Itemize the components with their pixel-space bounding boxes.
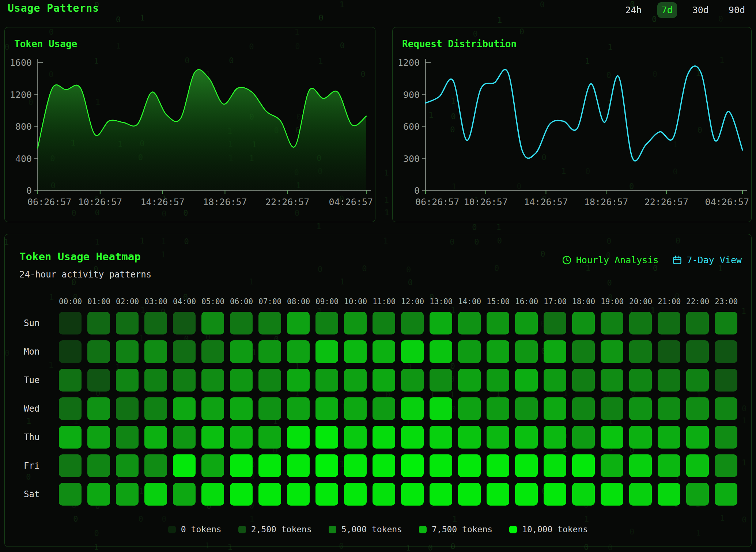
heatmap-cell[interactable]: [686, 426, 709, 449]
range-button-24h[interactable]: 24h: [621, 2, 646, 18]
heatmap-cell[interactable]: [715, 369, 737, 392]
heatmap-cell[interactable]: [87, 397, 110, 420]
heatmap-cell[interactable]: [401, 397, 424, 420]
heatmap-cell[interactable]: [373, 397, 395, 420]
heatmap-cell[interactable]: [515, 340, 538, 363]
heatmap-cell[interactable]: [515, 483, 538, 506]
heatmap-cell[interactable]: [601, 397, 623, 420]
heatmap-cell[interactable]: [658, 454, 680, 477]
heatmap-cell[interactable]: [230, 483, 253, 506]
heatmap-cell[interactable]: [401, 369, 424, 392]
heatmap-cell[interactable]: [258, 397, 281, 420]
heatmap-cell[interactable]: [572, 454, 595, 477]
heatmap-cell[interactable]: [715, 454, 737, 477]
heatmap-cell[interactable]: [258, 426, 281, 449]
heatmap-cell[interactable]: [344, 483, 367, 506]
range-button-7d[interactable]: 7d: [657, 2, 677, 18]
heatmap-cell[interactable]: [144, 397, 167, 420]
heatmap-cell[interactable]: [487, 397, 509, 420]
heatmap-cell[interactable]: [287, 426, 310, 449]
heatmap-cell[interactable]: [487, 426, 509, 449]
heatmap-cell[interactable]: [201, 312, 224, 334]
heatmap-cell[interactable]: [144, 483, 167, 506]
heatmap-cell[interactable]: [230, 312, 253, 334]
heatmap-cell[interactable]: [59, 483, 82, 506]
heatmap-cell[interactable]: [686, 454, 709, 477]
heatmap-cell[interactable]: [544, 369, 566, 392]
heatmap-cell[interactable]: [515, 369, 538, 392]
heatmap-cell[interactable]: [458, 454, 481, 477]
heatmap-cell[interactable]: [487, 340, 509, 363]
heatmap-cell[interactable]: [87, 340, 110, 363]
heatmap-cell[interactable]: [686, 397, 709, 420]
heatmap-cell[interactable]: [572, 426, 595, 449]
heatmap-cell[interactable]: [430, 397, 452, 420]
heatmap-cell[interactable]: [544, 397, 566, 420]
heatmap-cell[interactable]: [344, 312, 367, 334]
heatmap-cell[interactable]: [344, 369, 367, 392]
heatmap-cell[interactable]: [315, 426, 338, 449]
heatmap-cell[interactable]: [287, 369, 310, 392]
heatmap-cell[interactable]: [601, 483, 623, 506]
heatmap-cell[interactable]: [87, 426, 110, 449]
heatmap-cell[interactable]: [201, 454, 224, 477]
heatmap-cell[interactable]: [487, 312, 509, 334]
heatmap-cell[interactable]: [401, 483, 424, 506]
heatmap-cell[interactable]: [287, 454, 310, 477]
heatmap-cell[interactable]: [601, 454, 623, 477]
heatmap-cell[interactable]: [629, 426, 652, 449]
heatmap-cell[interactable]: [315, 369, 338, 392]
heatmap-cell[interactable]: [116, 454, 139, 477]
heatmap-cell[interactable]: [658, 340, 680, 363]
heatmap-cell[interactable]: [173, 454, 196, 477]
heatmap-cell[interactable]: [458, 340, 481, 363]
heatmap-cell[interactable]: [572, 483, 595, 506]
heatmap-cell[interactable]: [658, 312, 680, 334]
heatmap-cell[interactable]: [601, 369, 623, 392]
heatmap-cell[interactable]: [686, 312, 709, 334]
heatmap-cell[interactable]: [315, 397, 338, 420]
heatmap-cell[interactable]: [601, 340, 623, 363]
heatmap-cell[interactable]: [230, 454, 253, 477]
heatmap-cell[interactable]: [258, 312, 281, 334]
heatmap-cell[interactable]: [201, 426, 224, 449]
heatmap-cell[interactable]: [258, 340, 281, 363]
heatmap-cell[interactable]: [87, 454, 110, 477]
heatmap-cell[interactable]: [87, 483, 110, 506]
heatmap-cell[interactable]: [715, 397, 737, 420]
heatmap-cell[interactable]: [601, 312, 623, 334]
heatmap-cell[interactable]: [59, 340, 82, 363]
heatmap-cell[interactable]: [173, 397, 196, 420]
heatmap-cell[interactable]: [59, 426, 82, 449]
heatmap-cell[interactable]: [515, 312, 538, 334]
heatmap-cell[interactable]: [87, 312, 110, 334]
heatmap-cell[interactable]: [458, 397, 481, 420]
heatmap-cell[interactable]: [230, 426, 253, 449]
hourly-analysis-toggle[interactable]: Hourly Analysis: [562, 255, 659, 265]
heatmap-cell[interactable]: [315, 483, 338, 506]
heatmap-cell[interactable]: [230, 397, 253, 420]
heatmap-cell[interactable]: [373, 340, 395, 363]
range-button-30d[interactable]: 30d: [688, 2, 713, 18]
heatmap-cell[interactable]: [572, 312, 595, 334]
heatmap-cell[interactable]: [258, 454, 281, 477]
heatmap-cell[interactable]: [373, 369, 395, 392]
heatmap-cell[interactable]: [59, 397, 82, 420]
heatmap-cell[interactable]: [344, 426, 367, 449]
heatmap-cell[interactable]: [601, 426, 623, 449]
heatmap-cell[interactable]: [629, 369, 652, 392]
heatmap-cell[interactable]: [144, 312, 167, 334]
heatmap-cell[interactable]: [629, 340, 652, 363]
heatmap-cell[interactable]: [487, 454, 509, 477]
heatmap-cell[interactable]: [258, 369, 281, 392]
heatmap-cell[interactable]: [287, 483, 310, 506]
heatmap-cell[interactable]: [287, 340, 310, 363]
heatmap-cell[interactable]: [230, 369, 253, 392]
heatmap-cell[interactable]: [458, 312, 481, 334]
heatmap-cell[interactable]: [515, 397, 538, 420]
heatmap-cell[interactable]: [686, 340, 709, 363]
heatmap-cell[interactable]: [487, 483, 509, 506]
heatmap-cell[interactable]: [401, 312, 424, 334]
heatmap-cell[interactable]: [629, 397, 652, 420]
range-button-90d[interactable]: 90d: [724, 2, 749, 18]
